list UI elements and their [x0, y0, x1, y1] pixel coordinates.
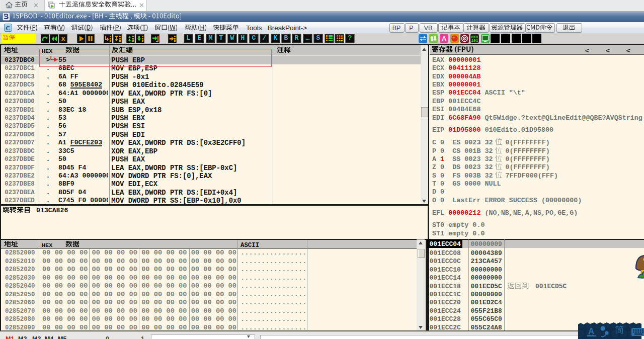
svg-text:A: A: [442, 35, 446, 42]
svg-text:A: A: [588, 326, 594, 336]
svg-text:101: 101: [471, 39, 478, 43]
svg-text:C: C: [6, 24, 10, 32]
svg-text:X: X: [61, 35, 65, 43]
